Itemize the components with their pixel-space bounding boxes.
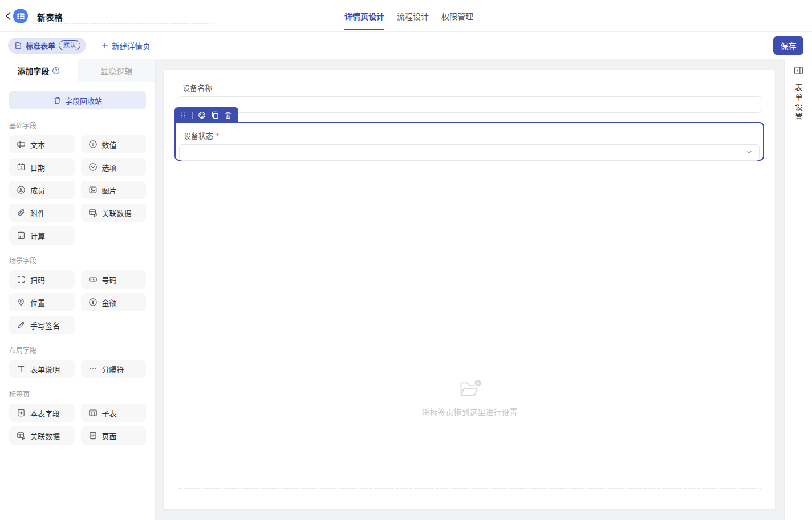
field-item-number[interactable]: 9数值 <box>81 135 147 153</box>
divider-icon <box>88 364 98 373</box>
theme-icon[interactable] <box>198 111 206 119</box>
field-item-label: 子表 <box>102 408 117 419</box>
app-table-icon <box>13 9 28 23</box>
select-icon <box>88 162 98 172</box>
device-name-input[interactable] <box>178 96 761 113</box>
field-item-label: 选项 <box>102 162 117 173</box>
field-item-divider[interactable]: 分隔符 <box>81 360 147 378</box>
attachment-icon <box>17 208 26 217</box>
new-detail-page-button[interactable]: 新建详情页 <box>101 40 151 51</box>
tab-visibility-logic-label: 显隐逻辑 <box>100 65 132 76</box>
field-item-label: 手写签名 <box>30 320 60 331</box>
form-settings-button[interactable]: 表单设置 <box>793 84 804 123</box>
field-item-select[interactable]: 选项 <box>81 158 147 176</box>
field-item-calculation[interactable]: 计算 <box>9 226 75 245</box>
field-item-label: 成员 <box>30 185 45 196</box>
tab-add-field-label: 添加字段 <box>17 65 49 76</box>
field-item-page[interactable]: 页面 <box>81 426 147 445</box>
device-status-select[interactable] <box>179 144 760 161</box>
plus-icon <box>101 42 109 50</box>
svg-text:1: 1 <box>20 165 22 169</box>
text-icon <box>17 140 26 149</box>
sidebar-sections: 基础字段文本9数值1日期选项成员图片附件关联数据计算场景字段扫码号码位置金额手写… <box>0 120 155 445</box>
sidebar-section-title: 场景字段 <box>9 255 146 265</box>
form-canvas[interactable]: 设备名称 设备状态* <box>164 70 775 509</box>
date-icon: 1 <box>17 162 26 172</box>
chevron-down-icon <box>745 148 753 156</box>
field-item-location[interactable]: 位置 <box>9 293 75 311</box>
signature-icon <box>17 320 26 330</box>
field-item-text[interactable]: 文本 <box>9 135 75 153</box>
help-icon[interactable] <box>52 67 60 75</box>
this-table-icon <box>17 408 26 417</box>
field-item-label: 金额 <box>102 297 117 308</box>
copy-icon[interactable] <box>211 111 219 119</box>
tab-process-design[interactable]: 流程设计 <box>397 0 429 32</box>
form-text-icon <box>17 364 26 373</box>
design-canvas-area: 设备名称 设备状态* <box>156 59 784 520</box>
field-item-subtable[interactable]: 子表 <box>81 404 147 422</box>
field-item-label: 页面 <box>102 430 117 441</box>
tab-detail-page-design[interactable]: 详情页设计 <box>344 0 384 32</box>
new-detail-page-label: 新建详情页 <box>112 40 151 51</box>
field-sidebar: 添加字段 显隐逻辑 字段回收站 基础字段文本9数值1日期选项成员图片附件关联数据… <box>0 59 156 520</box>
sidebar-section-title: 基础字段 <box>9 120 146 130</box>
field-item-label: 数值 <box>102 139 117 150</box>
form-toolbar: 标准表单 默认 新建详情页 保存 <box>0 32 812 59</box>
field-item-this-table-fields[interactable]: 本表字段 <box>9 404 75 422</box>
field-item-relation-data[interactable]: 关联数据 <box>81 204 147 222</box>
field-label: 设备状态 <box>184 132 213 140</box>
phone-number-icon <box>88 275 98 284</box>
field-item-signature[interactable]: 手写签名 <box>9 316 75 334</box>
form-type-pill[interactable]: 标准表单 默认 <box>8 38 86 54</box>
calculator-icon <box>17 231 26 240</box>
tab-visibility-logic[interactable]: 显隐逻辑 <box>78 59 156 82</box>
document-icon <box>14 42 22 50</box>
field-item-label: 位置 <box>30 297 45 308</box>
tab-permission-management[interactable]: 权限管理 <box>441 0 473 32</box>
back-icon[interactable] <box>3 10 14 22</box>
header-tabs: 详情页设计 流程设计 权限管理 <box>344 0 473 32</box>
field-item-label: 本表字段 <box>30 408 60 419</box>
field-item-date[interactable]: 1日期 <box>9 158 75 176</box>
toolbar-divider <box>192 112 193 119</box>
field-item-amount[interactable]: 金额 <box>81 293 147 311</box>
panel-collapse-icon[interactable] <box>794 66 803 75</box>
relation-icon <box>88 208 98 217</box>
title-edit-underline <box>33 23 213 24</box>
drag-handle-icon[interactable] <box>179 111 187 119</box>
app-header: 新表格 详情页设计 流程设计 权限管理 <box>0 0 812 32</box>
image-icon <box>88 185 98 194</box>
field-item-attachment[interactable]: 附件 <box>9 204 75 222</box>
default-badge: 默认 <box>59 40 80 50</box>
page-title[interactable]: 新表格 <box>37 11 63 23</box>
form-field-device-name[interactable]: 设备名称 <box>178 82 761 113</box>
field-item-form-description[interactable]: 表单说明 <box>9 360 75 378</box>
required-asterisk: * <box>216 132 219 140</box>
field-item-image[interactable]: 图片 <box>81 181 147 199</box>
tab-page-dropzone[interactable]: 将标签页拖到这里进行设置 <box>178 307 761 489</box>
field-tile-grid: 表单说明分隔符 <box>9 360 146 378</box>
field-tile-grid: 本表字段子表关联数据页面 <box>9 404 146 445</box>
field-recycle-bin-button[interactable]: 字段回收站 <box>9 91 146 109</box>
field-label: 设备名称 <box>182 82 761 93</box>
field-item-member[interactable]: 成员 <box>9 181 75 199</box>
field-item-tab-relation-data[interactable]: 关联数据 <box>9 426 75 445</box>
field-item-label: 表单说明 <box>30 364 60 375</box>
field-item-label: 分隔符 <box>102 364 124 375</box>
field-item-label: 计算 <box>30 230 45 241</box>
form-settings-strip: 表单设置 <box>784 59 812 520</box>
field-item-label: 关联数据 <box>30 430 60 441</box>
field-tile-grid: 文本9数值1日期选项成员图片附件关联数据计算 <box>9 135 146 245</box>
form-field-device-status[interactable]: 设备状态* <box>174 122 764 161</box>
delete-icon[interactable] <box>224 111 232 119</box>
svg-text:9: 9 <box>91 142 94 147</box>
field-item-label: 图片 <box>102 185 117 196</box>
tab-add-field[interactable]: 添加字段 <box>0 59 78 82</box>
form-type-label: 标准表单 <box>26 40 55 51</box>
field-item-label: 文本 <box>30 139 45 150</box>
field-item-scan[interactable]: 扫码 <box>9 270 75 289</box>
field-item-phone-number[interactable]: 号码 <box>81 270 147 289</box>
save-button[interactable]: 保存 <box>773 36 803 55</box>
field-item-label: 附件 <box>30 208 45 218</box>
